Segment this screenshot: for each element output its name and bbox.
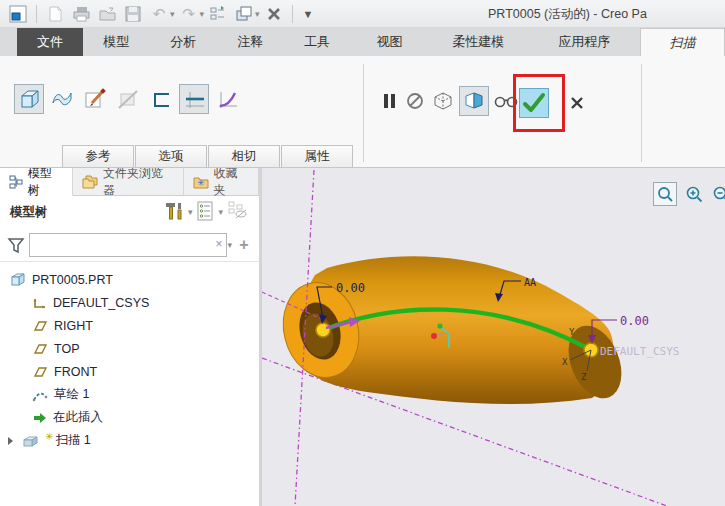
tree-item-front-plane[interactable]: FRONT bbox=[0, 360, 259, 383]
tab-sweep[interactable]: 扫描 bbox=[640, 28, 725, 56]
open-folder-icon bbox=[98, 5, 117, 23]
csys-label[interactable]: DEFAULT_CSYS bbox=[600, 345, 679, 358]
filter-dropdown[interactable]: ▾ bbox=[227, 240, 232, 250]
zoom-region-button[interactable] bbox=[653, 182, 677, 206]
undo-button[interactable]: ↶ bbox=[147, 3, 171, 25]
remove-material-button[interactable] bbox=[113, 84, 143, 114]
tree-item-default-csys[interactable]: DEFAULT_CSYS bbox=[0, 291, 259, 314]
print-button[interactable] bbox=[69, 3, 93, 25]
app-menu-button[interactable] bbox=[6, 3, 30, 25]
sketch-edit-button[interactable] bbox=[80, 84, 110, 114]
tab-model-tree[interactable]: 模型树 bbox=[0, 168, 73, 196]
tree-settings-dropdown[interactable]: ▾ bbox=[218, 207, 223, 217]
sketch-icon bbox=[32, 388, 48, 402]
graphics-viewport[interactable]: 0.00 0.00 AA Y X Z DEFAULT_CSYS bbox=[262, 168, 725, 506]
new-file-button[interactable] bbox=[43, 3, 67, 25]
save-button[interactable] bbox=[121, 3, 145, 25]
tab-favorites[interactable]: ✳ 收藏夹 bbox=[184, 168, 259, 195]
geometry-preview-button[interactable] bbox=[459, 86, 489, 116]
panel-tab-options[interactable]: 选项 bbox=[135, 145, 207, 167]
tab-tools[interactable]: 工具 bbox=[284, 28, 351, 56]
open-button[interactable] bbox=[95, 3, 119, 25]
tree-filter-input[interactable] bbox=[29, 233, 227, 257]
new-file-icon bbox=[46, 5, 64, 23]
triad-green-point[interactable] bbox=[437, 323, 442, 328]
undo-icon: ↶ bbox=[153, 5, 166, 23]
confirm-button[interactable] bbox=[519, 88, 549, 118]
panel-tab-properties[interactable]: 属性 bbox=[281, 145, 353, 167]
plane-icon bbox=[32, 342, 48, 356]
filter-funnel-icon bbox=[6, 235, 26, 255]
quick-toolbar-dropdown[interactable]: ▼ bbox=[303, 8, 314, 20]
sweep-icon bbox=[22, 434, 39, 448]
end-dimension[interactable]: 0.00 bbox=[620, 314, 649, 328]
tree-item-part[interactable]: PRT0005.PRT bbox=[0, 268, 259, 291]
solid-icon bbox=[17, 87, 41, 111]
tab-annotate[interactable]: 注释 bbox=[217, 28, 284, 56]
surface-button[interactable] bbox=[47, 84, 77, 114]
tree-show-button[interactable] bbox=[227, 201, 249, 224]
csys-icon bbox=[32, 296, 47, 310]
axis-z-label: Z bbox=[581, 372, 587, 382]
creo-window: ↶ ▾ ↷ ▾ ▾ ▼ PRT0005 (活动的) - Creo Pa 文件 模… bbox=[0, 0, 725, 506]
geometry-preview-icon bbox=[463, 92, 485, 110]
thicken-button[interactable] bbox=[146, 84, 176, 114]
redo-icon: ↷ bbox=[182, 5, 195, 23]
filter-add-button[interactable]: + bbox=[235, 236, 253, 254]
tree-item-sweep1[interactable]: ✳ 扫描 1 bbox=[0, 429, 259, 452]
tree-item-top-plane[interactable]: TOP bbox=[0, 337, 259, 360]
filter-clear-icon[interactable]: × bbox=[215, 237, 222, 251]
section-label: AA bbox=[524, 277, 536, 288]
tab-file[interactable]: 文件 bbox=[17, 28, 83, 56]
windows-button[interactable] bbox=[232, 3, 256, 25]
zoom-out-button[interactable] bbox=[709, 182, 725, 206]
cancel-button[interactable] bbox=[568, 94, 586, 112]
redo-button[interactable]: ↷ bbox=[177, 3, 201, 25]
tree-tools-button[interactable] bbox=[164, 201, 184, 224]
dashboard-panel-tabs: 参考 选项 相切 属性 bbox=[62, 145, 354, 167]
variable-section-icon bbox=[215, 87, 239, 111]
tree-eye-icon bbox=[227, 201, 249, 221]
navigator-panel: 模型树 文件夹浏览器 ✳ 收藏夹 模型树 ▾ bbox=[0, 168, 262, 506]
no-preview-button[interactable] bbox=[403, 86, 427, 116]
tab-applications[interactable]: 应用程序 bbox=[528, 28, 640, 56]
checkmark-icon bbox=[521, 90, 547, 116]
panel-tab-tangency[interactable]: 相切 bbox=[208, 145, 280, 167]
zoom-in-button[interactable] bbox=[682, 182, 706, 206]
tree-settings-button[interactable] bbox=[196, 201, 214, 224]
tab-view[interactable]: 视图 bbox=[351, 28, 429, 56]
constant-section-button[interactable] bbox=[179, 84, 209, 114]
part-icon bbox=[10, 272, 26, 287]
close-window-button[interactable] bbox=[262, 3, 286, 25]
regenerate-icon bbox=[209, 5, 227, 23]
tab-analysis[interactable]: 分析 bbox=[150, 28, 217, 56]
wireframe-preview-button[interactable] bbox=[430, 86, 456, 116]
expander-icon[interactable] bbox=[8, 437, 13, 445]
tab-flexible-modeling[interactable]: 柔性建模 bbox=[428, 28, 528, 56]
insert-arrow-icon bbox=[32, 411, 47, 425]
model-scene: 0.00 0.00 AA Y X Z DEFAULT_CSYS bbox=[262, 168, 722, 506]
tab-folder-browser[interactable]: 文件夹浏览器 bbox=[73, 168, 184, 195]
main-area: 模型树 文件夹浏览器 ✳ 收藏夹 模型树 ▾ bbox=[0, 168, 725, 506]
tree-item-right-plane[interactable]: RIGHT bbox=[0, 314, 259, 337]
redo-dropdown[interactable]: ▾ bbox=[200, 9, 205, 19]
pause-button[interactable] bbox=[378, 86, 400, 116]
windows-dropdown[interactable]: ▾ bbox=[255, 9, 260, 19]
panel-tab-references[interactable]: 参考 bbox=[62, 145, 134, 167]
tree-item-sketch1[interactable]: 草绘 1 bbox=[0, 383, 259, 406]
tree-item-label: 草绘 1 bbox=[54, 386, 89, 403]
tab-model[interactable]: 模型 bbox=[83, 28, 150, 56]
undo-dropdown[interactable]: ▾ bbox=[170, 9, 175, 19]
axis-y-label: Y bbox=[569, 327, 575, 337]
triad-red-point[interactable] bbox=[431, 333, 437, 339]
variable-section-button[interactable] bbox=[212, 84, 242, 114]
tree-tools-dropdown[interactable]: ▾ bbox=[188, 207, 193, 217]
solid-button[interactable] bbox=[14, 84, 44, 114]
regenerate-button[interactable] bbox=[206, 3, 230, 25]
tree-item-insert-here[interactable]: 在此插入 bbox=[0, 406, 259, 429]
trajectory-start-point[interactable] bbox=[316, 323, 330, 337]
close-icon bbox=[267, 7, 281, 21]
ribbon-tab-bar: 文件 模型 分析 注释 工具 视图 柔性建模 应用程序 扫描 bbox=[0, 28, 725, 56]
wireframe-preview-icon bbox=[433, 91, 453, 111]
start-dimension[interactable]: 0.00 bbox=[336, 281, 365, 295]
